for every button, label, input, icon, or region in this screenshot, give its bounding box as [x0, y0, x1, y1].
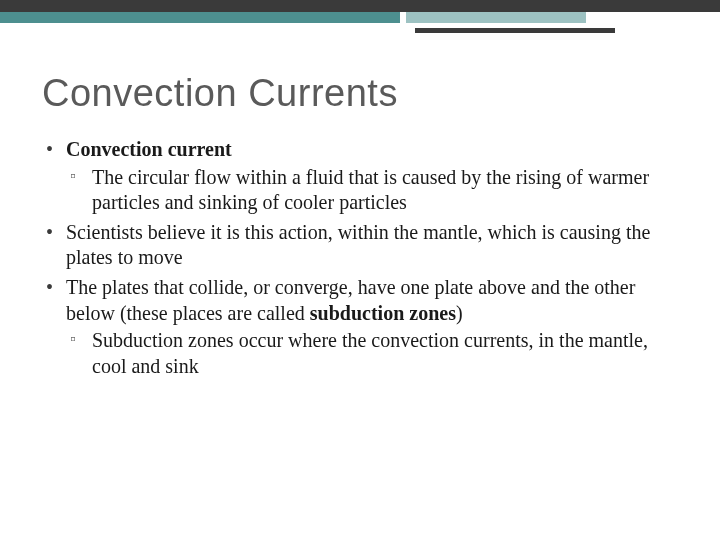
- sub-bullet-item: The circular flow within a fluid that is…: [66, 165, 680, 216]
- sub-bullet-item: Subduction zones occur where the convect…: [66, 328, 680, 379]
- bullet-item-3-suffix: ): [456, 302, 463, 324]
- sub-bullet-list: The circular flow within a fluid that is…: [66, 165, 680, 216]
- slide-title: Convection Currents: [42, 72, 680, 115]
- border-teal-bar: [0, 12, 720, 23]
- bullet-item-1-label: Convection current: [66, 138, 232, 160]
- bullet-list: Convection current The circular flow wit…: [42, 137, 680, 379]
- border-dark-bar: [0, 0, 720, 12]
- bullet-item-3: The plates that collide, or converge, ha…: [42, 275, 680, 379]
- bullet-item-3-bold: subduction zones: [310, 302, 456, 324]
- slide-content: Convection Currents Convection current T…: [0, 0, 720, 379]
- border-accent-bar: [0, 28, 720, 33]
- slide-top-border: [0, 0, 720, 38]
- bullet-item-1: Convection current The circular flow wit…: [42, 137, 680, 216]
- bullet-item-2: Scientists believe it is this action, wi…: [42, 220, 680, 271]
- sub-bullet-list: Subduction zones occur where the convect…: [66, 328, 680, 379]
